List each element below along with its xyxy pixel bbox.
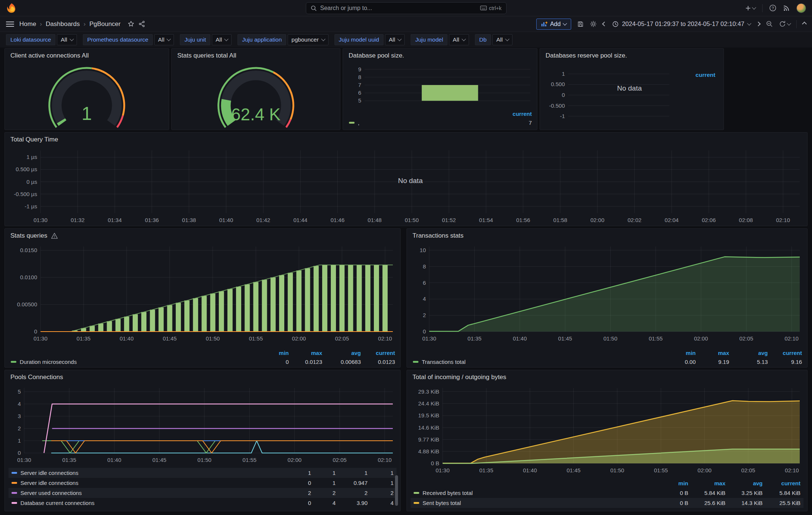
svg-text:01:45: 01:45 xyxy=(567,467,581,473)
svg-text:01:50: 01:50 xyxy=(206,335,220,342)
legend-item[interactable]: Received bytes total xyxy=(414,490,659,496)
legend-item[interactable]: Database current connections xyxy=(12,500,287,506)
svg-text:6: 6 xyxy=(423,280,426,286)
chevron-down-icon xyxy=(505,37,509,41)
svg-text:02:10: 02:10 xyxy=(784,335,799,342)
panel-title[interactable]: Pools Connections xyxy=(5,370,400,384)
breadcrumb-current[interactable]: PgBouncer xyxy=(89,20,120,28)
legend-header-current[interactable]: current xyxy=(696,72,715,78)
chevron-down-icon xyxy=(69,37,74,41)
panel-pools-connections: Pools Connections 01:3001:3501:4001:4501… xyxy=(4,370,401,511)
user-avatar[interactable] xyxy=(796,3,806,13)
add-panel-icon xyxy=(541,21,547,27)
svg-text:0: 0 xyxy=(562,92,565,98)
time-back-button[interactable] xyxy=(602,22,607,26)
legend-item[interactable]: Server idle connections xyxy=(12,470,287,476)
variable-juju-model[interactable]: Juju model All xyxy=(411,34,469,45)
variable-juju-application[interactable]: Juju application pgbouncer xyxy=(237,34,328,45)
svg-text:01:35: 01:35 xyxy=(468,335,482,342)
legend-row: Database current connections 0 4 3.90 4 xyxy=(9,498,397,508)
panel-title[interactable]: Transactions stats xyxy=(407,229,807,243)
svg-text:01:54: 01:54 xyxy=(479,217,493,223)
legend-scrollbar[interactable] xyxy=(395,475,398,506)
grafana-logo[interactable] xyxy=(6,3,17,14)
svg-text:01:40: 01:40 xyxy=(523,467,537,473)
time-range-picker[interactable]: 2024-05-17 01:29:37 to 2024-05-17 02:10:… xyxy=(612,20,751,27)
svg-text:5: 5 xyxy=(18,388,21,395)
zoom-out-icon[interactable] xyxy=(766,20,773,27)
svg-text:01:40: 01:40 xyxy=(107,457,122,463)
variable-loki-datasource[interactable]: Loki datasource All xyxy=(6,34,77,45)
news-button[interactable] xyxy=(783,5,790,12)
legend-item[interactable]: Transactions total xyxy=(413,359,666,365)
svg-text:0.00500: 0.00500 xyxy=(17,301,37,307)
panel-title[interactable]: Stats queries total All xyxy=(172,49,340,63)
svg-text:01:34: 01:34 xyxy=(108,217,122,223)
breadcrumb-home[interactable]: Home xyxy=(19,20,36,28)
help-button[interactable]: ? xyxy=(769,4,776,12)
svg-text:01:30: 01:30 xyxy=(33,335,48,342)
svg-text:01:50: 01:50 xyxy=(604,335,618,342)
database-pool-size-chart: 98765 xyxy=(345,63,535,107)
svg-text:01:30: 01:30 xyxy=(33,217,48,223)
variable-prometheus-datasource[interactable]: Prometheus datasource All xyxy=(83,34,174,45)
legend-item[interactable]: Sent bytes total xyxy=(414,500,659,506)
breadcrumb-dashboards[interactable]: Dashboards xyxy=(46,20,80,28)
svg-text:02:00: 02:00 xyxy=(591,217,605,223)
transactions-stats-chart: 01:3001:3501:4001:4501:5001:5502:0002:05… xyxy=(409,243,805,343)
svg-text:01:36: 01:36 xyxy=(145,217,159,223)
panel-title[interactable]: Total of incoming / outgoing bytes xyxy=(407,370,807,384)
svg-text:01:46: 01:46 xyxy=(330,217,344,223)
svg-text:9: 9 xyxy=(358,66,361,72)
variable-db[interactable]: Db All xyxy=(475,34,512,45)
share-icon[interactable] xyxy=(138,20,145,27)
collapse-toolbar-button[interactable] xyxy=(802,22,807,26)
svg-text:02:05: 02:05 xyxy=(739,335,753,342)
svg-text:01:35: 01:35 xyxy=(479,467,494,473)
search-input[interactable]: Search or jump to... ctrl+k xyxy=(306,2,507,14)
svg-text:-0.500: -0.500 xyxy=(549,102,565,109)
bytes-legend-table: min max avg current Received bytes total… xyxy=(411,479,803,508)
new-menu-button[interactable] xyxy=(745,5,756,11)
svg-text:4: 4 xyxy=(423,296,426,302)
series-swatch xyxy=(414,492,419,494)
panel-title[interactable]: Total Query Time xyxy=(5,133,807,147)
svg-text:0: 0 xyxy=(423,328,426,335)
svg-text:14.6 KiB: 14.6 KiB xyxy=(418,424,439,431)
settings-gear-icon[interactable] xyxy=(590,20,597,27)
variable-juju-model-uuid[interactable]: Juju model uuid All xyxy=(334,34,405,45)
panel-title[interactable]: Databases reserve pool size. xyxy=(540,49,724,63)
legend-item[interactable]: Server idle connections xyxy=(12,480,287,486)
variable-juju-unit[interactable]: Juju unit All xyxy=(180,34,232,45)
add-panel-button[interactable]: Add xyxy=(536,19,571,30)
svg-text:01:42: 01:42 xyxy=(256,217,271,223)
svg-text:01:45: 01:45 xyxy=(163,335,177,342)
series-swatch xyxy=(349,122,355,124)
svg-text:01:58: 01:58 xyxy=(553,217,567,223)
star-icon[interactable] xyxy=(127,20,135,27)
gauge-value: 1 xyxy=(5,103,169,124)
panel-title[interactable]: Stats queries xyxy=(10,232,47,239)
refresh-icon xyxy=(779,20,786,27)
refresh-button[interactable] xyxy=(779,20,790,27)
svg-text:29.3 KiB: 29.3 KiB xyxy=(418,388,439,395)
legend-item[interactable]: , xyxy=(349,120,359,126)
legend-item[interactable]: Duration microseconds xyxy=(11,359,259,365)
svg-text:01:50: 01:50 xyxy=(405,217,419,223)
legend-header-current[interactable]: current xyxy=(349,111,532,117)
save-icon[interactable] xyxy=(577,21,584,27)
svg-text:0.0150: 0.0150 xyxy=(20,247,37,253)
series-swatch xyxy=(12,482,17,484)
menu-toggle-button[interactable] xyxy=(6,20,14,28)
total-query-time-chart: 01:3001:3201:3401:3601:3801:4001:4201:44… xyxy=(7,147,805,225)
chevron-down-icon xyxy=(167,37,171,41)
svg-text:9.77 KiB: 9.77 KiB xyxy=(418,436,439,443)
chevron-down-icon xyxy=(787,21,791,25)
time-forward-button[interactable] xyxy=(756,22,761,26)
panel-title[interactable]: Database pool size. xyxy=(343,49,537,63)
divider xyxy=(762,4,763,12)
legend-item[interactable]: Server used connections xyxy=(12,490,287,496)
panel-title[interactable]: Client active connections All xyxy=(5,49,169,63)
warning-icon[interactable] xyxy=(51,232,58,239)
svg-text:01:40: 01:40 xyxy=(513,335,527,342)
